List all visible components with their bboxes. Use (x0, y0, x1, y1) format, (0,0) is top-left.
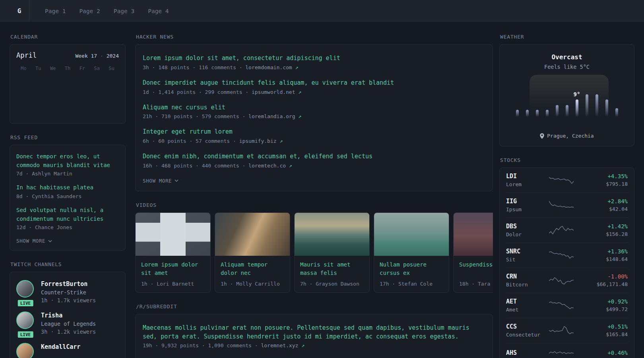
stock-symbol: IIG (506, 198, 546, 205)
video-card[interactable]: Aliquam tempor dolor nec pharetra… 1h · … (215, 212, 290, 293)
temperature-bar (526, 110, 529, 117)
twitch-channel-row[interactable]: LIVE Trisha League of Legends 3h · 1.2k … (16, 311, 119, 335)
subreddit-section-title: /R/SUBREDDIT (136, 304, 493, 309)
video-thumbnail[interactable] (374, 213, 449, 256)
dot-separator: · (100, 53, 103, 59)
hn-item-domain[interactable]: loremdomain.com ↗ (245, 64, 298, 70)
calendar-weekday-row: MoTuWeThFrSaSu (16, 66, 119, 74)
video-card[interactable]: Suspendisse diam 18h · Tara Simmons (453, 212, 493, 293)
stock-row[interactable]: AET Amet +0.92% $499.72 (506, 293, 628, 318)
page-tab[interactable]: Page 3 (107, 0, 141, 22)
stock-change: +4.35% (577, 173, 628, 179)
calendar-day (104, 81, 119, 93)
calendar-section-title: CALENDAR (10, 34, 126, 40)
video-thumbnail[interactable] (454, 213, 493, 256)
hackernews-card: Lorem ipsum dolor sit amet, consectetur … (135, 44, 493, 191)
temperature-bar (516, 110, 519, 117)
hn-item-domain[interactable]: ipsumify.biz ↗ (239, 138, 283, 144)
stock-price: $156.28 (577, 231, 628, 237)
dashboard-content: CALENDAR April Week 17 · 2024 MoTuWeThFr… (0, 22, 644, 358)
subreddit-section: /R/SUBREDDIT Maecenas mollis pulvinar er… (135, 304, 493, 358)
twitch-channel-row[interactable]: LIVE ForrestBurton Counter-Strike 1h · 1… (16, 280, 119, 304)
show-more-button[interactable]: SHOW MORE (16, 237, 52, 245)
hn-item-title[interactable]: Donec enim nibh, condimentum et accumsan… (143, 152, 485, 161)
stock-sparkline (549, 200, 574, 211)
external-link-icon: ↗ (279, 138, 283, 144)
weekday-label: Fr (75, 66, 89, 74)
temperature-bar (556, 105, 559, 117)
calendar-day (89, 93, 104, 105)
page-tab[interactable]: Page 4 (141, 0, 175, 22)
calendar-week-year: Week 17 · 2024 (75, 53, 119, 59)
top-bar: G Page 1 Page 2 Page 3 Page 4 (0, 0, 644, 22)
page-tab[interactable]: Page 1 (38, 0, 72, 22)
hn-item-title[interactable]: Integer eget rutrum lorem (143, 128, 485, 136)
weather-section-title: WEATHER (500, 34, 634, 40)
stocks-card: LDI Lorem +4.35% $795.18 IIG Ipsum (499, 167, 634, 358)
hn-item: Donec enim nibh, condimentum et accumsan… (143, 152, 485, 169)
hn-item-meta: 16h · 468 points · 440 comments · (143, 163, 248, 169)
calendar-section: CALENDAR April Week 17 · 2024 MoTuWeThFr… (10, 34, 126, 124)
twitch-channel-list: LIVE ForrestBurton Counter-Strike 1h · 1… (16, 280, 119, 358)
hn-item-title[interactable]: Donec imperdiet augue tincidunt felis al… (143, 79, 485, 88)
rss-item-title[interactable]: In hac habitasse platea (16, 183, 119, 192)
stock-price: $165.84 (577, 331, 628, 337)
location-pin-icon (540, 133, 544, 139)
temperature-bar (576, 99, 578, 117)
stock-row[interactable]: DBS Dolor +1.42% $156.28 (506, 218, 628, 243)
stocks-section: STOCKS LDI Lorem +4.35% $795.18 (499, 157, 634, 358)
calendar-day (16, 93, 31, 105)
videos-section: VIDEOS Lorem ipsum dolor sit amet consec… (135, 202, 493, 293)
temperature-bar (546, 110, 549, 117)
video-thumbnail[interactable] (136, 213, 210, 256)
stock-sparkline (549, 175, 574, 186)
weather-feels-like: Feels like 5°C (508, 64, 626, 70)
hn-item-domain[interactable]: loremtech.co ↗ (248, 163, 292, 169)
page-tab[interactable]: Page 2 (72, 0, 107, 22)
hn-item-title[interactable]: Aliquam nec cursus elit (143, 103, 485, 112)
stock-name: Ipsum (506, 206, 546, 212)
weekday-label: Su (104, 66, 119, 74)
rss-item-meta: 12d · Chance Jones (16, 224, 119, 230)
weather-location: Prague, Czechia (547, 133, 594, 139)
stock-row[interactable]: AHS +0.46% (506, 343, 628, 358)
hn-item-domain[interactable]: ipsumworld.net ↗ (252, 89, 301, 95)
stock-row[interactable]: IIG Ipsum +2.84% $42.04 (506, 193, 628, 218)
video-thumbnail[interactable] (295, 213, 369, 256)
hn-item: Aliquam nec cursus elit 21h · 710 points… (143, 103, 485, 120)
chevron-down-icon (48, 240, 52, 242)
video-thumbnail[interactable] (215, 213, 290, 256)
hackernews-list: Lorem ipsum dolor sit amet, consectetur … (143, 54, 485, 169)
stock-row[interactable]: SNRC Sit +1.36% $148.64 (506, 243, 628, 268)
video-card[interactable]: Nullam posuere cursus ex 17h · Stefan Co… (374, 212, 449, 293)
rss-item-title[interactable]: Donec tempor eros leo, ut commodo mauris… (16, 152, 119, 169)
show-more-button[interactable]: SHOW MORE (143, 177, 178, 185)
stock-row[interactable]: CCS Consectetur +0.51% $165.84 (506, 318, 628, 343)
subreddit-post-domain[interactable]: loremnet.xyz ↗ (261, 342, 305, 348)
weekday-label: We (46, 66, 60, 74)
stock-price: $148.64 (577, 256, 628, 262)
page-tab-label: Page 3 (114, 8, 134, 14)
right-column: WEATHER Overcast Feels like 5°C (499, 34, 634, 358)
calendar-day (46, 93, 60, 105)
hn-item-title[interactable]: Lorem ipsum dolor sit amet, consectetur … (143, 54, 485, 63)
rss-item-title[interactable]: Sed volutpat nulla nisl, a condimentum n… (16, 206, 119, 223)
page-tab-label: Page 1 (45, 8, 66, 14)
twitch-section: TWITCH CHANNELS LIVE ForrestBurton Count… (10, 261, 126, 358)
stock-price: $66,171.48 (577, 281, 628, 287)
hn-item-domain[interactable]: loremlandia.org ↗ (248, 113, 301, 119)
avatar (16, 311, 34, 329)
subreddit-post-title[interactable]: Maecenas mollis pulvinar erat non posuer… (143, 324, 485, 341)
stock-symbol: CCS (506, 323, 546, 330)
stock-row[interactable]: CRN Bitcorn -1.00% $66,171.48 (506, 268, 628, 293)
video-card[interactable]: Lorem ipsum dolor sit amet consectetu… 1… (135, 212, 211, 293)
calendar-day (46, 81, 60, 93)
weather-time-axis (515, 120, 619, 126)
hn-item: Donec imperdiet augue tincidunt felis al… (143, 79, 485, 95)
calendar-day (16, 105, 31, 118)
twitch-channel-row[interactable]: KendallCarr (16, 343, 119, 358)
stock-row[interactable]: LDI Lorem +4.35% $795.18 (506, 168, 628, 193)
stock-change: +0.51% (577, 323, 628, 330)
hackernews-section-title: HACKER NEWS (136, 34, 493, 40)
video-card[interactable]: Mauris sit amet massa felis 7h · Grayson… (294, 212, 370, 293)
